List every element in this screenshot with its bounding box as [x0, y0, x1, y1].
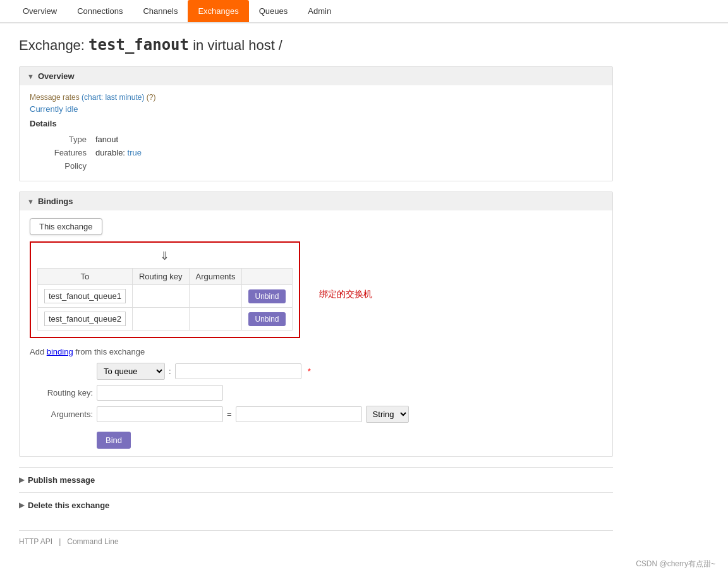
- bindings-section-header[interactable]: ▼ Bindings: [20, 192, 612, 210]
- equals-sign: =: [227, 410, 232, 419]
- delete-exchange-arrow-icon: ▶: [19, 501, 24, 509]
- bindings-section-label: Bindings: [38, 197, 73, 206]
- policy-value: [95, 160, 147, 172]
- bind-button[interactable]: Bind: [97, 432, 131, 449]
- unbind-button-1[interactable]: Unbind: [248, 289, 285, 303]
- queue-name-cell-2: test_fanout_queue2: [38, 308, 133, 331]
- colon-separator: :: [169, 367, 171, 376]
- detail-type-row: Type fanout: [44, 133, 147, 145]
- tab-bar: This exchange: [30, 218, 602, 235]
- routing-key-form-row: Routing key:: [30, 385, 602, 401]
- nav-exchanges[interactable]: Exchanges: [188, 0, 248, 22]
- main-content: Exchange: test_fanout in virtual host / …: [0, 23, 632, 559]
- message-rates: Message rates (chart: last minute) (?): [30, 93, 602, 102]
- arguments-value-input[interactable]: [236, 406, 362, 422]
- destination-form-row: To queue To exchange : *: [30, 363, 602, 380]
- table-row: test_fanout_queue1 Unbind: [38, 285, 293, 308]
- page-title-prefix: Exchange:: [19, 37, 88, 53]
- routing-key-label: Routing key:: [30, 388, 93, 398]
- features-key: Features: [44, 147, 94, 159]
- footer-separator: |: [59, 537, 61, 546]
- publish-message-label: Publish message: [28, 475, 95, 485]
- detail-policy-row: Policy: [44, 160, 147, 172]
- bindings-table-header-row: To Routing key Arguments: [38, 269, 293, 285]
- publish-message-header[interactable]: ▶ Publish message: [19, 473, 613, 487]
- delete-exchange-label: Delete this exchange: [28, 501, 109, 510]
- main-nav: Overview Connections Channels Exchanges …: [0, 0, 728, 23]
- overview-arrow-icon: ▼: [27, 73, 34, 80]
- nav-queues[interactable]: Queues: [249, 0, 298, 22]
- bindings-table-body: test_fanout_queue1 Unbind test_f: [38, 285, 293, 331]
- durable-value-link[interactable]: true: [128, 148, 142, 157]
- binding-link[interactable]: binding: [47, 347, 73, 356]
- type-key: Type: [44, 133, 94, 145]
- idle-status: Currently idle: [30, 104, 602, 114]
- page-title-suffix: in virtual host /: [189, 37, 282, 53]
- arguments-label: Arguments:: [30, 410, 93, 419]
- col-action: [242, 269, 292, 285]
- overview-section: ▼ Overview Message rates (chart: last mi…: [19, 66, 613, 181]
- col-arguments: Arguments: [189, 269, 242, 285]
- required-star: *: [308, 367, 311, 376]
- add-prefix: Add: [30, 347, 47, 356]
- col-to: To: [38, 269, 133, 285]
- nav-connections[interactable]: Connections: [67, 0, 133, 22]
- unbind-cell-1: Unbind: [242, 285, 292, 308]
- arguments-type-select[interactable]: String: [366, 406, 409, 423]
- overview-section-body: Message rates (chart: last minute) (?) C…: [20, 85, 612, 181]
- destination-input[interactable]: [175, 363, 301, 379]
- bindings-annotation: 绑定的交换机: [319, 289, 372, 300]
- add-binding-label: Add binding from this exchange: [30, 347, 602, 356]
- queue-name-1: test_fanout_queue1: [44, 289, 126, 303]
- bindings-table-head: To Routing key Arguments: [38, 269, 293, 285]
- overview-section-header[interactable]: ▼ Overview: [20, 67, 612, 85]
- arguments-key-input[interactable]: [97, 406, 223, 422]
- message-rates-label: Message rates: [30, 93, 80, 102]
- details-label: Details: [30, 119, 602, 128]
- destination-select[interactable]: To queue To exchange: [97, 363, 165, 380]
- routing-key-cell-1: [132, 285, 189, 308]
- question-mark: (?): [147, 93, 156, 102]
- delete-exchange-section: ▶ Delete this exchange: [19, 492, 613, 518]
- arguments-cell-1: [189, 285, 242, 308]
- overview-section-label: Overview: [38, 71, 75, 81]
- bindings-section-body: This exchange ⇓ To Routing key Arguments: [20, 210, 612, 456]
- table-row: test_fanout_queue2 Unbind: [38, 308, 293, 331]
- page-footer: HTTP API | Command Line: [19, 530, 613, 546]
- nav-channels[interactable]: Channels: [133, 0, 188, 22]
- nav-overview[interactable]: Overview: [13, 0, 67, 22]
- bindings-box: ⇓ To Routing key Arguments: [30, 241, 300, 338]
- detail-features-row: Features durable: true: [44, 147, 147, 159]
- col-routing-key: Routing key: [132, 269, 189, 285]
- durable-label: durable:: [95, 148, 125, 157]
- type-value: fanout: [95, 133, 147, 145]
- publish-message-arrow-icon: ▶: [19, 476, 24, 484]
- bindings-row: ⇓ To Routing key Arguments: [30, 241, 602, 347]
- exchange-name: test_fanout: [88, 36, 189, 54]
- features-value: durable: true: [95, 147, 147, 159]
- arguments-form-row: Arguments: = String: [30, 406, 602, 423]
- nav-admin[interactable]: Admin: [298, 0, 341, 22]
- publish-message-section: ▶ Publish message: [19, 467, 613, 492]
- page-title: Exchange: test_fanout in virtual host /: [19, 36, 613, 54]
- unbind-button-2[interactable]: Unbind: [248, 312, 285, 326]
- chart-link[interactable]: (chart: last minute): [82, 93, 144, 102]
- unbind-cell-2: Unbind: [242, 308, 292, 331]
- queue-name-2: test_fanout_queue2: [44, 312, 126, 326]
- bindings-table: To Routing key Arguments test_fanout_que…: [37, 268, 293, 331]
- this-exchange-tab[interactable]: This exchange: [30, 218, 102, 235]
- delete-exchange-header[interactable]: ▶ Delete this exchange: [19, 498, 613, 513]
- bindings-arrow-icon: ▼: [27, 198, 34, 205]
- command-line-link[interactable]: Command Line: [67, 537, 118, 546]
- routing-key-cell-2: [132, 308, 189, 331]
- add-suffix: from this exchange: [73, 347, 145, 356]
- policy-key: Policy: [44, 160, 94, 172]
- down-arrow-icon: ⇓: [37, 249, 293, 263]
- arguments-cell-2: [189, 308, 242, 331]
- routing-key-input[interactable]: [97, 385, 223, 401]
- bindings-section: ▼ Bindings This exchange ⇓ To Routing ke…: [19, 191, 613, 457]
- http-api-link[interactable]: HTTP API: [19, 537, 52, 546]
- queue-name-cell-1: test_fanout_queue1: [38, 285, 133, 308]
- details-table: Type fanout Features durable: true Polic…: [42, 132, 148, 173]
